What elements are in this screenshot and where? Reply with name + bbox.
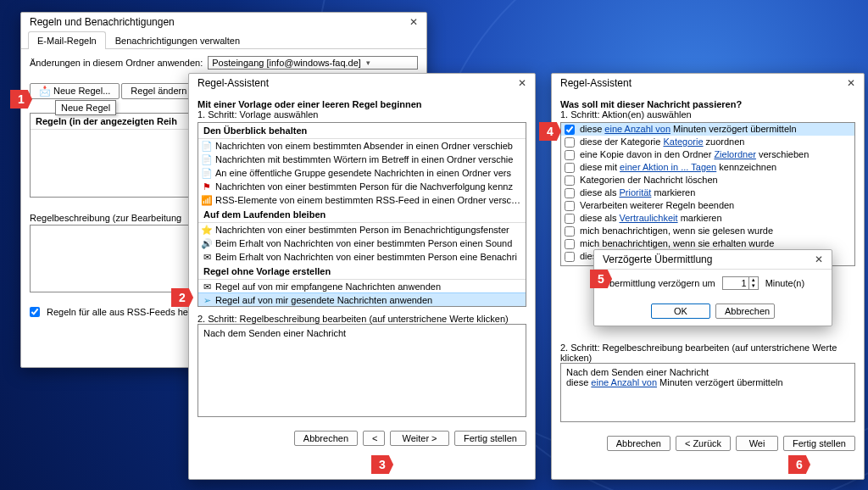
minutes-spinner[interactable]: ▲▼ bbox=[722, 276, 759, 290]
action-link[interactable]: Kategorie bbox=[663, 136, 703, 147]
back-button[interactable]: < Zurück bbox=[676, 436, 731, 451]
ok-button[interactable]: OK bbox=[651, 303, 710, 319]
wizard2-desc-box: Nach dem Senden einer Nachricht diese ei… bbox=[560, 363, 855, 422]
template-item[interactable]: 📶RSS-Elemente von einem bestimmten RSS-F… bbox=[198, 193, 526, 207]
folder-dropdown[interactable]: Posteingang [info@windows-faq.de] ▾ bbox=[208, 56, 418, 70]
tab-manage-alerts[interactable]: Benachrichtigungen verwalten bbox=[106, 31, 249, 49]
sound-icon: 🔊 bbox=[201, 238, 213, 249]
rss-checkbox-label: Regeln für alle aus RSS-Feeds her bbox=[47, 307, 192, 317]
delay-label: Übermittlung verzögern um bbox=[603, 278, 715, 288]
finish-button[interactable]: Fertig stellen bbox=[454, 431, 526, 446]
action-checkbox[interactable] bbox=[565, 239, 575, 249]
rss-icon: 📶 bbox=[201, 195, 213, 206]
wizard1-dialog: Regel-Assistent ✕ Mit einer Vorlage oder… bbox=[188, 73, 536, 480]
wizard1-desc-box: Nach dem Senden einer Nachricht bbox=[198, 324, 526, 417]
close-icon[interactable]: ✕ bbox=[515, 77, 530, 89]
annotation-6: 6 bbox=[788, 455, 810, 474]
wizard2-step2-label: 2. Schritt: Regelbeschreibung bearbeiten… bbox=[560, 342, 855, 363]
mail-icon: ✉ bbox=[201, 252, 213, 263]
rules-title: Regeln und Benachrichtigungen bbox=[30, 16, 175, 28]
close-icon[interactable]: ✕ bbox=[406, 16, 421, 28]
template-item[interactable]: 🔊Beim Erhalt von Nachrichten von einer b… bbox=[198, 237, 526, 250]
apply-changes-label: Änderungen in diesem Ordner anwenden: bbox=[30, 58, 203, 68]
wizard2-question: Was soll mit dieser Nachricht passieren? bbox=[560, 99, 855, 109]
tab-email-rules[interactable]: E-Mail-Regeln bbox=[28, 31, 106, 49]
cancel-button[interactable]: Abbrechen bbox=[715, 303, 775, 319]
wizard1-step2-label: 2. Schritt: Regelbeschreibung bearbeiten… bbox=[198, 314, 526, 324]
action-checkbox[interactable] bbox=[565, 214, 575, 224]
action-item[interactable]: diese eine Anzahl von Minuten verzögert … bbox=[561, 123, 854, 136]
move-icon: 📄 bbox=[201, 154, 213, 165]
actions-list: diese eine Anzahl von Minuten verzögert … bbox=[560, 122, 855, 266]
desc-link[interactable]: eine Anzahl von bbox=[591, 377, 657, 387]
folder-value: Posteingang [info@windows-faq.de] bbox=[212, 58, 361, 68]
rss-checkbox[interactable] bbox=[30, 307, 40, 317]
back-button[interactable]: < bbox=[363, 431, 385, 446]
alert-icon: ⭐ bbox=[201, 225, 213, 236]
template-item[interactable]: ⭐Nachrichten von einer bestimmten Person… bbox=[198, 223, 526, 237]
close-icon[interactable]: ✕ bbox=[811, 253, 826, 265]
wizard1-step1-label: 1. Schritt: Vorlage auswählen bbox=[198, 109, 526, 120]
spin-up-icon[interactable]: ▲ bbox=[749, 277, 758, 283]
wizard2-title: Regel-Assistent bbox=[560, 77, 632, 89]
delay-dialog: Verzögerte Übermittlung ✕ Übermittlung v… bbox=[593, 249, 832, 326]
mail-icon: ✉ bbox=[201, 281, 213, 292]
annotation-4: 4 bbox=[539, 122, 561, 141]
annotation-3: 3 bbox=[371, 455, 393, 474]
action-item[interactable]: diese als Priorität markieren bbox=[561, 187, 854, 199]
close-icon[interactable]: ✕ bbox=[843, 77, 859, 89]
template-item[interactable]: ⚑Nachrichten von einer bestimmten Person… bbox=[198, 180, 526, 193]
template-group-3: Regel ohne Vorlage erstellen bbox=[198, 264, 526, 280]
wizard1-title: Regel-Assistent bbox=[198, 77, 269, 89]
move-icon: 📄 bbox=[201, 141, 213, 152]
minutes-input[interactable] bbox=[723, 277, 748, 289]
annotation-5: 5 bbox=[590, 270, 612, 288]
action-checkbox[interactable] bbox=[565, 150, 575, 160]
action-checkbox[interactable] bbox=[565, 137, 575, 148]
action-link[interactable]: Vertraulichkeit bbox=[619, 213, 677, 223]
action-checkbox[interactable] bbox=[565, 163, 575, 173]
action-link[interactable]: Priorität bbox=[619, 187, 651, 198]
move-icon: 📄 bbox=[201, 168, 213, 179]
action-item[interactable]: Kategorien der Nachricht löschen bbox=[561, 174, 854, 187]
chevron-down-icon: ▾ bbox=[366, 58, 370, 67]
action-checkbox[interactable] bbox=[565, 201, 575, 211]
template-group-1: Den Überblick behalten bbox=[198, 123, 526, 139]
send-icon: ➢ bbox=[201, 295, 213, 306]
action-checkbox[interactable] bbox=[565, 252, 575, 262]
template-item[interactable]: 📄Nachrichten mit bestimmten Wörtern im B… bbox=[198, 153, 526, 166]
new-rule-button[interactable]: 📩 Neue Regel... bbox=[30, 83, 120, 99]
action-link[interactable]: eine Anzahl von bbox=[604, 124, 670, 134]
action-item[interactable]: mich benachrichtigen, wenn sie gelesen w… bbox=[561, 225, 854, 237]
action-link[interactable]: einer Aktion in ... Tagen bbox=[620, 162, 716, 172]
new-rule-tooltip: Neue Regel bbox=[55, 100, 116, 115]
action-checkbox[interactable] bbox=[565, 175, 575, 186]
action-item[interactable]: mich benachrichtigen, wenn sie erhalten … bbox=[561, 237, 854, 250]
action-item[interactable]: diese als Vertraulichkeit markieren bbox=[561, 212, 854, 225]
cancel-button[interactable]: Abbrechen bbox=[294, 431, 358, 446]
delay-unit: Minute(n) bbox=[765, 278, 804, 288]
template-item[interactable]: ✉Beim Erhalt von Nachrichten von einer b… bbox=[198, 250, 526, 264]
wizard1-headline: Mit einer Vorlage oder einer leeren Rege… bbox=[198, 99, 526, 109]
template-item[interactable]: 📄Nachrichten von einem bestimmten Absend… bbox=[198, 139, 526, 153]
action-checkbox[interactable] bbox=[565, 226, 575, 237]
template-item[interactable]: ✉Regel auf von mir empfangene Nachrichte… bbox=[198, 280, 526, 293]
flag-icon: ⚑ bbox=[201, 181, 213, 192]
action-checkbox[interactable] bbox=[565, 125, 575, 135]
annotation-2: 2 bbox=[171, 288, 193, 307]
action-link[interactable]: Zielordner bbox=[714, 149, 756, 159]
finish-button[interactable]: Fertig stellen bbox=[783, 436, 855, 451]
next-button[interactable]: Wei bbox=[736, 436, 778, 451]
next-button[interactable]: Weiter > bbox=[390, 431, 449, 446]
spin-down-icon[interactable]: ▼ bbox=[749, 283, 758, 289]
action-item[interactable]: diese mit einer Aktion in ... Tagen kenn… bbox=[561, 161, 854, 174]
cancel-button[interactable]: Abbrechen bbox=[607, 436, 670, 451]
action-checkbox[interactable] bbox=[565, 188, 575, 198]
action-item[interactable]: eine Kopie davon in den Ordner Zielordne… bbox=[561, 148, 854, 161]
action-item[interactable]: diese der Kategorie Kategorie zuordnen bbox=[561, 136, 854, 148]
template-item[interactable]: 📄An eine öffentliche Gruppe gesendete Na… bbox=[198, 166, 526, 180]
annotation-1: 1 bbox=[10, 90, 32, 109]
template-group-2: Auf dem Laufenden bleiben bbox=[198, 207, 526, 223]
action-item[interactable]: Verarbeiten weiterer Regeln beenden bbox=[561, 199, 854, 212]
template-item-selected[interactable]: ➢Regel auf von mir gesendete Nachrichten… bbox=[198, 293, 526, 307]
